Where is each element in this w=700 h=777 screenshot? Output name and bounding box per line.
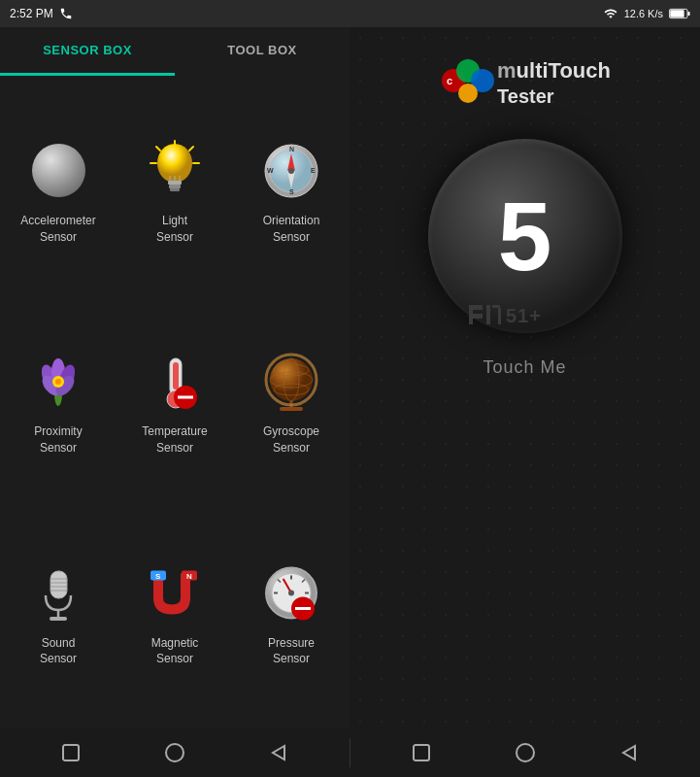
svg-rect-77 (498, 308, 501, 324)
accelerometer-label: AccelerometerSensor (20, 213, 95, 246)
wifi-icon (603, 7, 618, 20)
sound-label: SoundSensor (40, 635, 77, 668)
phone-icon (59, 7, 73, 20)
magnetic-icon: S N (141, 559, 209, 627)
tab-sensor-box[interactable]: SENSOR BOX (0, 27, 175, 76)
svg-point-64 (288, 591, 294, 596)
svg-rect-79 (63, 745, 79, 760)
temperature-label: TemperatureSensor (142, 423, 207, 456)
proximity-label: ProximitySensor (34, 423, 82, 456)
logo-title-line2: Tester (497, 85, 611, 108)
sensor-light[interactable]: LightSensor (117, 85, 233, 296)
svg-text:S: S (155, 572, 161, 581)
svg-point-70 (458, 84, 478, 103)
orientation-label: OrientationSensor (263, 213, 320, 246)
nav-left (0, 728, 350, 777)
touch-me-label: Touch Me (483, 357, 566, 378)
sensor-pressure[interactable]: PressureSensor (233, 508, 350, 719)
nav-back-button[interactable] (263, 737, 294, 768)
nav-bar (0, 728, 700, 777)
left-panel: SENSOR BOX TOOL BOX AccelerometerSensor (0, 27, 350, 728)
svg-rect-5 (169, 185, 181, 188)
proximity-icon (24, 348, 92, 416)
svg-line-11 (156, 147, 160, 151)
sound-icon (24, 559, 92, 627)
nav-home-button-right[interactable] (510, 737, 541, 768)
svg-point-39 (270, 358, 313, 401)
temperature-icon (141, 348, 209, 416)
svg-rect-1 (670, 10, 683, 17)
speed-indicator: 12.6 K/s (624, 8, 663, 19)
svg-rect-51 (50, 617, 67, 621)
svg-rect-2 (687, 12, 689, 16)
pressure-label: PressureSensor (268, 635, 315, 668)
svg-marker-81 (273, 746, 284, 760)
nav-recents-button-right[interactable] (406, 737, 437, 768)
accelerometer-icon (24, 137, 92, 205)
sensor-grid: AccelerometerSensor (0, 76, 350, 728)
svg-text:51+: 51+ (506, 305, 542, 326)
sensor-sound[interactable]: SoundSensor (0, 508, 117, 719)
svg-marker-84 (623, 746, 635, 760)
nav-back-button-right[interactable] (614, 737, 645, 768)
pressure-icon (257, 559, 325, 627)
nav-recents-button[interactable] (55, 737, 86, 768)
sensor-temperature[interactable]: TemperatureSensor (117, 296, 233, 507)
svg-rect-82 (414, 745, 429, 760)
svg-text:N: N (289, 146, 294, 152)
svg-text:N: N (186, 572, 192, 581)
svg-rect-75 (486, 305, 490, 324)
logo-title-line1: multiTouch (497, 58, 611, 84)
svg-text:W: W (267, 167, 274, 174)
svg-rect-74 (469, 314, 483, 319)
battery-icon (669, 8, 690, 19)
tab-bar: SENSOR BOX TOOL BOX (0, 27, 350, 76)
sensor-orientation[interactable]: N S E W OrientationSensor (233, 85, 350, 296)
svg-rect-4 (168, 181, 182, 185)
sensor-accelerometer[interactable]: AccelerometerSensor (0, 85, 117, 296)
svg-point-19 (288, 168, 294, 174)
sensor-proximity[interactable]: ProximitySensor (0, 296, 117, 507)
light-icon (141, 137, 209, 205)
gyroscope-icon (257, 348, 325, 416)
logo-icon: c (439, 56, 497, 110)
right-panel: c multiTouch Tester 5 Touch Me (350, 27, 700, 728)
magnetic-label: MagneticSensor (151, 635, 199, 668)
svg-rect-45 (50, 571, 67, 598)
touch-number: 5 (498, 187, 552, 285)
sensor-gyroscope[interactable]: GyroscopeSensor (233, 296, 350, 507)
svg-rect-73 (469, 305, 483, 310)
brand-watermark: 51+ (467, 300, 545, 334)
light-label: LightSensor (156, 213, 193, 246)
nav-home-button[interactable] (159, 737, 190, 768)
gyroscope-label: GyroscopeSensor (263, 423, 319, 456)
svg-text:S: S (289, 188, 294, 195)
nav-right (350, 728, 700, 777)
svg-text:E: E (311, 167, 316, 174)
svg-text:c: c (447, 75, 452, 86)
tab-tool-box[interactable]: TOOL BOX (175, 27, 350, 76)
svg-point-80 (166, 744, 183, 761)
svg-rect-38 (280, 407, 303, 411)
svg-line-12 (189, 147, 193, 151)
multitouch-logo: c multiTouch Tester (439, 56, 611, 110)
svg-point-83 (517, 744, 534, 761)
status-bar: 2:52 PM 12.6 K/s (0, 0, 700, 27)
sensor-magnetic[interactable]: S N MagneticSensor (117, 508, 233, 719)
svg-rect-33 (173, 362, 179, 389)
status-time: 2:52 PM (10, 7, 53, 20)
svg-rect-76 (492, 305, 500, 308)
orientation-icon: N S E W (257, 137, 325, 205)
svg-point-31 (55, 379, 61, 385)
main-content: SENSOR BOX TOOL BOX AccelerometerSensor (0, 27, 700, 728)
svg-rect-6 (170, 188, 180, 191)
